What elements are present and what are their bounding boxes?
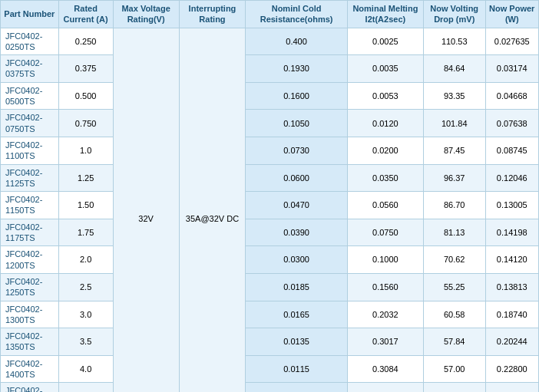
cell-melting: 0.0025: [347, 28, 423, 55]
table-row: JFC0402-1350TS3.50.01350.301757.840.2024…: [1, 328, 539, 356]
cell-cold-resistance: 0.0185: [246, 273, 348, 301]
cell-power: 0.03174: [485, 55, 539, 83]
cell-melting: 0.1560: [347, 273, 423, 301]
cell-volt-drop: 81.13: [423, 219, 485, 246]
cell-melting: 0.0560: [347, 192, 423, 219]
cell-rated-current: 3.0: [58, 301, 113, 328]
cell-cold-resistance: 0.1930: [246, 55, 348, 83]
cell-rated-current: 0.250: [58, 28, 113, 55]
cell-part-number: JFC0402-0750TS: [1, 110, 59, 137]
table-row: JFC0402-1300TS3.00.01650.203260.580.1874…: [1, 301, 539, 328]
cell-volt-drop: 86.70: [423, 192, 485, 219]
cell-rated-current: 4.0: [58, 355, 113, 383]
cell-volt-drop: 110.53: [423, 28, 485, 55]
cell-melting: 0.3084: [347, 355, 423, 383]
cell-cold-resistance: 0.0600: [246, 164, 348, 192]
cell-rated-current: 3.5: [58, 328, 113, 356]
cell-power: 0.14120: [485, 246, 539, 274]
cell-interrupting-rating: 35A@32V DC: [179, 28, 246, 392]
cell-part-number: JFC0402-0250TS: [1, 28, 59, 55]
cell-power: 0.26220: [485, 383, 539, 392]
cell-part-number: JFC0402-0375TS: [1, 55, 59, 83]
header-cold-resistance: Nominl Cold Resistance(ohms): [246, 1, 348, 28]
cell-part-number: JFC0402-1500TS: [1, 383, 59, 392]
header-rated-current: Rated Current (A): [58, 1, 113, 28]
cell-part-number: JFC0402-1125TS: [1, 164, 59, 192]
cell-volt-drop: 60.58: [423, 301, 485, 328]
cell-part-number: JFC0402-1100TS: [1, 137, 59, 164]
cell-volt-drop: 70.62: [423, 246, 485, 274]
data-table: Part Number Rated Current (A) Max Voltag…: [0, 0, 539, 392]
cell-cold-resistance: 0.0115: [246, 355, 348, 383]
cell-part-number: JFC0402-1400TS: [1, 355, 59, 383]
cell-rated-current: 1.75: [58, 219, 113, 246]
cell-cold-resistance: 0.0390: [246, 219, 348, 246]
cell-power: 0.07638: [485, 110, 539, 137]
table-row: JFC0402-0500TS0.5000.16000.005393.350.04…: [1, 82, 539, 110]
cell-power: 0.027635: [485, 28, 539, 55]
cell-volt-drop: 87.45: [423, 137, 485, 164]
cell-power: 0.08745: [485, 137, 539, 164]
cell-rated-current: 1.25: [58, 164, 113, 192]
cell-volt-drop: 93.35: [423, 82, 485, 110]
cell-part-number: JFC0402-1175TS: [1, 219, 59, 246]
cell-power: 0.18740: [485, 301, 539, 328]
cell-volt-drop: 101.84: [423, 110, 485, 137]
cell-melting: 0.5310: [347, 383, 423, 392]
cell-cold-resistance: 0.0135: [246, 328, 348, 356]
cell-melting: 0.3017: [347, 328, 423, 356]
cell-melting: 0.0035: [347, 55, 423, 83]
header-melting: Nominal Melting I2t(A2sec): [347, 1, 423, 28]
cell-power: 0.22800: [485, 355, 539, 383]
cell-melting: 0.0350: [347, 164, 423, 192]
cell-power: 0.12046: [485, 164, 539, 192]
cell-rated-current: 0.375: [58, 55, 113, 83]
cell-rated-current: 1.50: [58, 192, 113, 219]
cell-max-voltage: 32V: [113, 28, 179, 392]
cell-rated-current: 5.0: [58, 383, 113, 392]
cell-power: 0.04668: [485, 82, 539, 110]
cell-cold-resistance: 0.0085: [246, 383, 348, 392]
cell-part-number: JFC0402-1300TS: [1, 301, 59, 328]
cell-cold-resistance: 0.0470: [246, 192, 348, 219]
table-row: JFC0402-1400TS4.00.01150.308457.000.2280…: [1, 355, 539, 383]
cell-volt-drop: 55.25: [423, 273, 485, 301]
table-row: JFC0402-1175TS1.750.03900.075081.130.141…: [1, 219, 539, 246]
cell-part-number: JFC0402-1200TS: [1, 246, 59, 274]
table-row: JFC0402-0250TS0.25032V35A@32V DC0.4000.0…: [1, 28, 539, 55]
table-row: JFC0402-1200TS2.00.03000.100070.620.1412…: [1, 246, 539, 274]
header-max-voltage: Max Voltage Rating(V): [113, 1, 179, 28]
cell-melting: 0.0750: [347, 219, 423, 246]
cell-power: 0.20244: [485, 328, 539, 356]
cell-volt-drop: 57.00: [423, 355, 485, 383]
cell-cold-resistance: 0.1600: [246, 82, 348, 110]
cell-rated-current: 0.750: [58, 110, 113, 137]
cell-part-number: JFC0402-1150TS: [1, 192, 59, 219]
header-power: Now Power (W): [485, 1, 539, 28]
table-row: JFC0402-1125TS1.250.06000.035096.370.120…: [1, 164, 539, 192]
header-volt-drop: Now Volting Drop (mV): [423, 1, 485, 28]
cell-rated-current: 2.0: [58, 246, 113, 274]
cell-part-number: JFC0402-1250TS: [1, 273, 59, 301]
table-row: JFC0402-1500TS5.00.00850.531052.440.2622…: [1, 383, 539, 392]
cell-volt-drop: 57.84: [423, 328, 485, 356]
cell-cold-resistance: 0.0300: [246, 246, 348, 274]
table-row: JFC0402-0375TS0.3750.19300.003584.640.03…: [1, 55, 539, 83]
cell-melting: 0.1000: [347, 246, 423, 274]
cell-volt-drop: 96.37: [423, 164, 485, 192]
cell-cold-resistance: 0.0165: [246, 301, 348, 328]
table-row: JFC0402-0750TS0.7500.10500.0120101.840.0…: [1, 110, 539, 137]
cell-rated-current: 2.5: [58, 273, 113, 301]
cell-power: 0.13813: [485, 273, 539, 301]
cell-cold-resistance: 0.0730: [246, 137, 348, 164]
cell-power: 0.14198: [485, 219, 539, 246]
cell-rated-current: 1.0: [58, 137, 113, 164]
cell-melting: 0.0120: [347, 110, 423, 137]
cell-melting: 0.0200: [347, 137, 423, 164]
cell-melting: 0.0053: [347, 82, 423, 110]
cell-melting: 0.2032: [347, 301, 423, 328]
table-row: JFC0402-1250TS2.50.01850.156055.250.1381…: [1, 273, 539, 301]
cell-cold-resistance: 0.400: [246, 28, 348, 55]
cell-part-number: JFC0402-1350TS: [1, 328, 59, 356]
table-row: JFC0402-1100TS1.00.07300.020087.450.0874…: [1, 137, 539, 164]
